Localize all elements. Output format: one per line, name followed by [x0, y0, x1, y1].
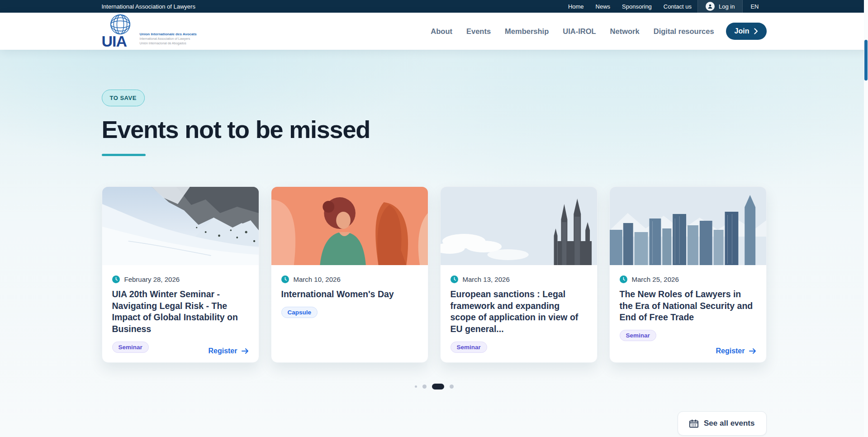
- clock-icon: [281, 276, 289, 283]
- nav-item[interactable]: About: [431, 27, 452, 36]
- event-date: March 13, 2026: [463, 276, 510, 283]
- login-button[interactable]: Log in: [698, 0, 742, 13]
- event-card-image: [610, 187, 766, 265]
- page-title: Events not to be missed: [102, 116, 767, 143]
- event-card[interactable]: March 10, 2026 International Women's Day…: [271, 186, 428, 363]
- event-title: International Women's Day: [281, 289, 418, 300]
- nav-item[interactable]: Membership: [505, 27, 549, 36]
- main-nav: AboutEventsMembershipUIA-IROLNetworkDigi…: [431, 27, 714, 36]
- user-avatar-icon: [706, 2, 715, 11]
- clock-icon: [451, 276, 458, 283]
- event-card-image: [102, 187, 259, 265]
- event-cards: February 28, 2026 UIA 20th Winter Semina…: [102, 186, 767, 363]
- event-date: March 25, 2026: [632, 276, 679, 283]
- see-all-events-label: See all events: [704, 419, 754, 428]
- see-all-events-button[interactable]: See all events: [678, 411, 766, 436]
- carousel-pagination: [102, 384, 767, 390]
- section-badge: TO SAVE: [102, 90, 145, 106]
- carousel-dot[interactable]: [432, 384, 444, 390]
- scrollbar-thumb[interactable]: [864, 40, 868, 81]
- clock-icon: [620, 276, 627, 283]
- calendar-icon: [689, 419, 698, 428]
- chevron-right-icon: [754, 28, 758, 34]
- event-title: The New Roles of Lawyers in the Era of N…: [620, 289, 756, 323]
- arrow-right-icon: [749, 348, 756, 354]
- register-link[interactable]: Register: [208, 347, 248, 355]
- login-label: Log in: [719, 3, 735, 10]
- events-section: TO SAVE Events not to be missed: [0, 50, 868, 437]
- logo-acronym: UIA: [102, 33, 127, 49]
- topbar-links: HomeNewsSponsoringContact us: [562, 0, 697, 13]
- top-utility-bar: International Association of Lawyers Hom…: [0, 0, 868, 13]
- nav-item[interactable]: Digital resources: [654, 27, 714, 36]
- topbar-link[interactable]: Home: [562, 0, 590, 13]
- join-button[interactable]: Join: [726, 23, 767, 40]
- nav-item[interactable]: UIA-IROL: [563, 27, 596, 36]
- clock-icon: [112, 276, 120, 283]
- join-label: Join: [735, 27, 749, 35]
- register-link[interactable]: Register: [716, 347, 756, 355]
- event-title: UIA 20th Winter Seminar - Navigating Leg…: [112, 289, 249, 335]
- topbar-link[interactable]: Sponsoring: [616, 0, 658, 13]
- event-tag: Seminar: [620, 330, 656, 341]
- event-tag: Seminar: [451, 342, 487, 353]
- event-date: February 28, 2026: [124, 276, 180, 283]
- uia-logo[interactable]: UIA Union Internationale des Avocats Int…: [102, 15, 183, 47]
- event-date: March 10, 2026: [294, 276, 341, 283]
- scrollbar-track[interactable]: [864, 0, 868, 437]
- language-selector[interactable]: EN: [743, 0, 766, 13]
- event-card-image: [441, 187, 597, 265]
- event-tag: Capsule: [281, 307, 318, 318]
- topbar-link[interactable]: Contact us: [658, 0, 697, 13]
- event-tag: Seminar: [112, 342, 149, 353]
- main-header: UIA Union Internationale des Avocats Int…: [0, 13, 868, 50]
- carousel-dot[interactable]: [450, 385, 454, 389]
- event-card[interactable]: February 28, 2026 UIA 20th Winter Semina…: [102, 186, 259, 363]
- nav-item[interactable]: Events: [466, 27, 491, 36]
- event-card[interactable]: March 13, 2026 European sanctions : Lega…: [440, 186, 598, 363]
- event-title: European sanctions : Legal framework and…: [451, 289, 587, 335]
- event-card[interactable]: March 25, 2026 The New Roles of Lawyers …: [609, 186, 767, 363]
- event-card-image: [271, 187, 428, 265]
- carousel-dot[interactable]: [415, 385, 417, 388]
- arrow-right-icon: [242, 348, 249, 354]
- logo-wordmark: Union Internationale des Avocats Interna…: [140, 32, 197, 46]
- nav-item[interactable]: Network: [610, 27, 640, 36]
- topbar-link[interactable]: News: [590, 0, 617, 13]
- site-name: International Association of Lawyers: [102, 3, 195, 10]
- carousel-dot[interactable]: [422, 385, 427, 389]
- title-underline: [102, 154, 146, 156]
